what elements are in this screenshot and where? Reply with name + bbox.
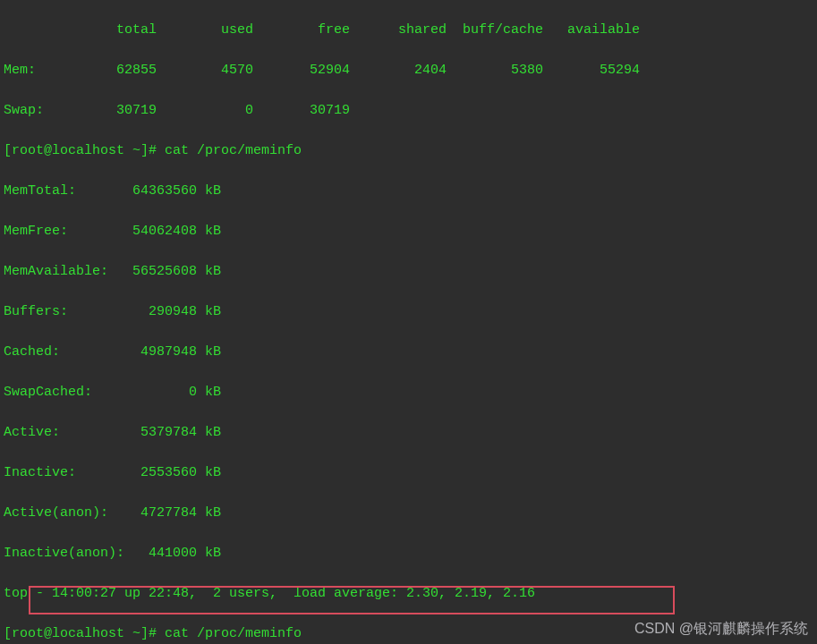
free-swap-row: Swap: 30719 0 30719	[4, 101, 813, 122]
meminfo-active: Active: 5379784 kB	[4, 423, 813, 444]
meminfo-inactive-anon: Inactive(anon): 441000 kB	[4, 544, 813, 564]
meminfo-memfree: MemFree: 54062408 kB	[4, 222, 813, 242]
meminfo-inactive: Inactive: 2553560 kB	[4, 463, 813, 484]
shell-prompt: [root@localhost ~]# cat /proc/meminfo	[4, 141, 813, 162]
meminfo-buffers: Buffers: 290948 kB	[4, 302, 813, 323]
top-header: top - 14:00:27 up 22:48, 2 users, load a…	[4, 584, 813, 605]
free-mem-row: Mem: 62855 4570 52904 2404 5380 55294	[4, 61, 813, 81]
free-header: total used free shared buff/cache availa…	[4, 21, 813, 41]
meminfo-memtotal: MemTotal: 64363560 kB	[4, 182, 813, 202]
meminfo-swapcached: SwapCached: 0 kB	[4, 383, 813, 403]
meminfo-cached: Cached: 4987948 kB	[4, 343, 813, 363]
terminal-output: total used free shared buff/cache availa…	[0, 0, 817, 644]
meminfo-memavailable: MemAvailable: 56525608 kB	[4, 262, 813, 283]
meminfo-active-anon: Active(anon): 4727784 kB	[4, 504, 813, 524]
shell-prompt: [root@localhost ~]# cat /proc/meminfo	[4, 624, 813, 645]
